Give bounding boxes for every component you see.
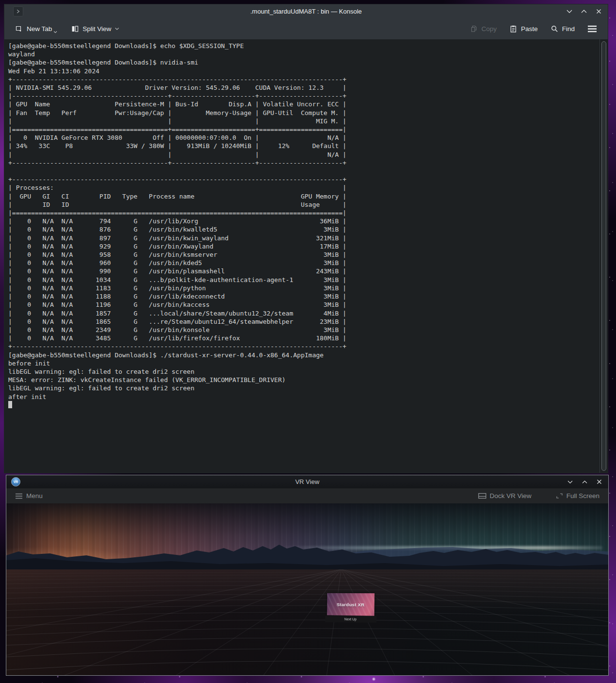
vr-view-window: VR VR View Menu D <box>6 475 609 676</box>
menu-button[interactable] <box>583 22 601 35</box>
close-icon <box>596 9 601 14</box>
paste-button[interactable]: Paste <box>505 22 542 36</box>
fullscreen-icon <box>556 493 563 499</box>
chevron-down-icon <box>567 480 573 484</box>
konsole-toolbar: New Tab Split View Copy <box>4 18 608 39</box>
vr-menu-button[interactable]: Menu <box>11 490 47 501</box>
terminal-area[interactable]: [gabe@gabe-b550msteellegend Downloads]$ … <box>4 39 608 473</box>
chevron-up-icon <box>581 9 587 14</box>
vr-menubar: Menu Dock VR View Full Screen <box>6 488 608 503</box>
dock-vr-view-button[interactable]: Dock VR View <box>474 490 535 501</box>
vr-app-icon: VR <box>11 477 20 486</box>
close-icon <box>597 479 602 484</box>
chevron-down-icon <box>566 9 573 14</box>
copy-icon <box>470 25 478 33</box>
vr-close-button[interactable] <box>595 478 603 486</box>
find-label: Find <box>562 25 575 33</box>
vr-scene-viewport[interactable]: Stardust XR Next Up <box>6 503 608 675</box>
copy-label: Copy <box>482 25 497 33</box>
split-view-icon <box>71 25 79 33</box>
window-title: .mount_starduUdMA8T : bin — Konsole <box>4 8 608 15</box>
vr-window-title: VR View <box>6 478 608 485</box>
new-tab-button[interactable]: New Tab <box>11 22 63 36</box>
vr-menu-label: Menu <box>26 492 43 500</box>
vr-titlebar[interactable]: VR VR View <box>6 475 608 488</box>
minimize-button[interactable] <box>565 7 574 16</box>
full-screen-button[interactable]: Full Screen <box>552 490 603 501</box>
paste-label: Paste <box>521 25 538 33</box>
stardust-nextup-bar[interactable]: Next Up <box>325 616 377 623</box>
new-tab-label: New Tab <box>27 25 52 33</box>
vr-grid <box>6 569 608 675</box>
vr-window-controls <box>566 478 603 486</box>
close-button[interactable] <box>594 7 603 16</box>
konsole-titlebar[interactable]: .mount_starduUdMA8T : bin — Konsole <box>4 4 608 18</box>
hamburger-icon <box>15 493 23 499</box>
vr-mountains <box>6 530 608 571</box>
split-view-button[interactable]: Split View <box>67 22 123 36</box>
vr-maximize-button[interactable] <box>580 478 589 486</box>
scrollbar-thumb[interactable] <box>601 41 606 471</box>
maximize-button[interactable] <box>580 7 588 16</box>
hamburger-icon <box>587 25 597 33</box>
terminal-text: [gabe@gabe-b550msteellegend Downloads]$ … <box>4 39 608 403</box>
copy-button[interactable]: Copy <box>466 22 501 36</box>
full-screen-label: Full Screen <box>566 492 599 500</box>
konsole-window: .mount_starduUdMA8T : bin — Konsole New … <box>4 4 608 473</box>
vr-minimize-button[interactable] <box>566 478 574 486</box>
terminal-cursor <box>8 401 12 408</box>
terminal-scrollbar[interactable] <box>599 39 608 473</box>
konsole-app-icon <box>13 6 23 17</box>
stardust-panel-title: Stardust XR <box>336 601 364 607</box>
chevron-down-icon <box>53 31 57 33</box>
vr-ground <box>6 569 608 675</box>
split-view-label: Split View <box>83 25 111 33</box>
new-tab-icon <box>15 25 23 33</box>
dock-icon <box>478 493 486 499</box>
dock-vr-view-label: Dock VR View <box>490 492 532 500</box>
chevron-down-icon <box>115 27 119 31</box>
stardust-xr-panel[interactable]: Stardust XR <box>327 593 375 616</box>
find-button[interactable]: Find <box>547 22 579 36</box>
chevron-up-icon <box>582 480 588 484</box>
paste-icon <box>509 25 517 33</box>
stardust-nextup-label: Next Up <box>344 617 356 621</box>
search-icon <box>550 25 559 33</box>
window-controls <box>565 7 603 16</box>
vr-icon-label: VR <box>14 480 18 483</box>
